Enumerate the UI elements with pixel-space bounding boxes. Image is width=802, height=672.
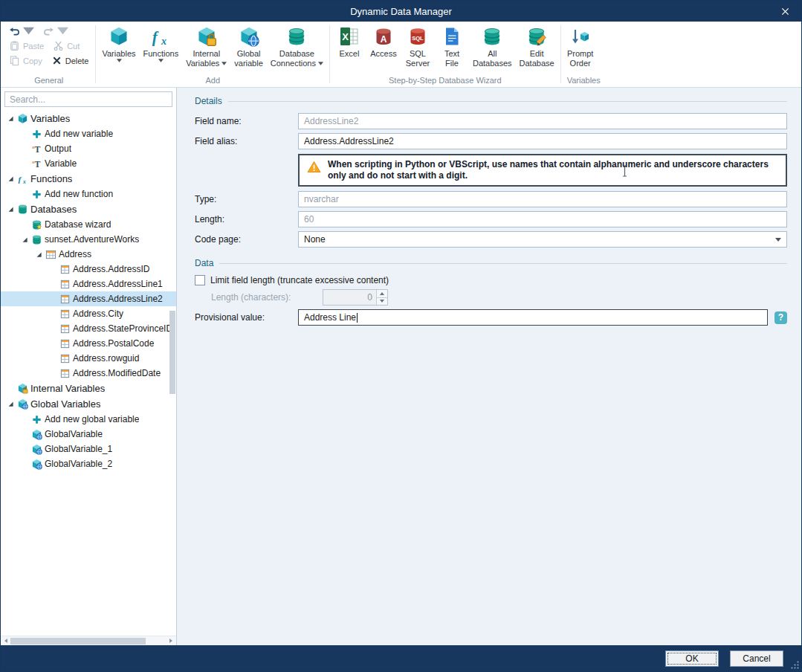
ribbon-button-edit-database[interactable]: EditDatabase [516, 22, 558, 76]
tree-item-address-city[interactable]: Address.City [1, 306, 176, 321]
svg-text:X: X [342, 31, 349, 42]
ribbon-button-all-databases[interactable]: AllDatabases [469, 22, 516, 76]
cancel-button[interactable]: Cancel [730, 650, 783, 667]
provisional-value-input[interactable]: Address Line [298, 309, 768, 326]
plus-icon [30, 188, 42, 200]
expander-icon[interactable] [7, 115, 15, 122]
undo-button[interactable] [5, 25, 38, 37]
tree-item-variables[interactable]: Variables [1, 111, 176, 126]
length-characters-spinner[interactable]: 0 [323, 289, 388, 306]
chevron-down-icon [57, 25, 68, 36]
type-input[interactable]: nvarchar [298, 191, 787, 207]
expander-icon[interactable] [7, 401, 15, 407]
sidebar: VariablesAdd new variableTaOutputTaVaria… [1, 88, 177, 645]
tree-item-sunset-adventureworks[interactable]: sunset.AdventureWorks [1, 232, 176, 247]
chevron-down-icon [775, 238, 781, 242]
help-button[interactable]: ? [774, 311, 787, 324]
length-input[interactable]: 60 [298, 211, 787, 227]
expander-icon[interactable] [7, 175, 15, 182]
ribbon-button-text-file[interactable]: TextFile [435, 22, 469, 76]
tree-item-address-addressid[interactable]: Address.AddressID [1, 262, 176, 277]
vertical-scrollbar-thumb[interactable] [169, 311, 175, 394]
spinner-up-button[interactable] [377, 290, 387, 297]
textfile-icon [442, 25, 462, 48]
tree-item-functions[interactable]: fxFunctions [1, 171, 176, 187]
ribbon-button-excel[interactable]: XExcel [332, 22, 366, 76]
tree-item-address-rowguid[interactable]: Address.rowguid [1, 351, 176, 366]
field-alias-label: Field alias: [195, 136, 298, 146]
tree-item-address[interactable]: Address [1, 247, 176, 262]
tree-item-address-modifieddate[interactable]: Address.ModifiedDate [1, 366, 176, 381]
copy-button[interactable]: Copy [5, 54, 46, 67]
tree-item-internal-variables[interactable]: Internal Variables [1, 381, 176, 396]
tree-item-label: Output [45, 143, 71, 154]
cube-globe-icon [30, 443, 42, 455]
tree-item-label: Address.StateProvinceID [73, 323, 172, 334]
horizontal-scrollbar[interactable] [1, 636, 176, 645]
text-caret [357, 313, 358, 323]
paste-button[interactable]: Paste [5, 39, 48, 52]
svg-text:T: T [34, 160, 40, 169]
horizontal-scrollbar-thumb[interactable] [10, 638, 146, 644]
limit-length-checkbox[interactable] [195, 275, 205, 285]
ribbon-button-global-variable[interactable]: Globalvariable [230, 22, 267, 76]
tree-item-label: Functions [30, 173, 72, 184]
redo-button[interactable] [39, 25, 72, 37]
tree-item-label: Address.rowguid [73, 353, 139, 364]
svg-text:f: f [18, 175, 22, 184]
tree-item-global-variables[interactable]: Global Variables [1, 396, 176, 412]
tree-item-variable[interactable]: TaVariable [1, 156, 176, 171]
search-box [4, 91, 172, 107]
spinner-down-button[interactable] [377, 297, 387, 306]
scroll-right-arrow[interactable] [166, 637, 175, 645]
undo-icon [9, 25, 20, 36]
tree-item-address-stateprovinceid[interactable]: Address.StateProvinceID [1, 321, 176, 336]
svg-text:x: x [161, 36, 166, 47]
code-page-select[interactable]: None [298, 231, 787, 248]
tree-item-label: Database wizard [45, 219, 111, 230]
ribbon-button-access[interactable]: AAccess [366, 22, 401, 76]
tree-item-add-new-variable[interactable]: Add new variable [1, 126, 176, 141]
cube-globe-icon [16, 398, 28, 410]
chevron-up-icon [380, 292, 384, 295]
db-wizard-icon [30, 219, 42, 230]
tree-item-add-new-function[interactable]: Add new function [1, 187, 176, 201]
delete-button[interactable]: Delete [48, 54, 93, 67]
expander-icon[interactable] [7, 206, 15, 213]
tree-item-globalvariable-1[interactable]: GlobalVariable_1 [1, 442, 176, 456]
ok-button[interactable]: OK [665, 650, 719, 667]
section-divider [219, 263, 787, 264]
ribbon-button-functions[interactable]: fxFunctions [140, 22, 183, 76]
expander-icon[interactable] [35, 251, 43, 258]
tree-item-database-wizard[interactable]: Database wizard [1, 217, 176, 232]
ribbon-button-prompt-order[interactable]: PromptOrder [563, 22, 598, 76]
scroll-left-arrow[interactable] [1, 637, 10, 645]
ribbon-button-sql-server[interactable]: SQLSQLServer [401, 22, 435, 76]
tree-item-globalvariable[interactable]: GlobalVariable [1, 427, 176, 442]
ribbon-button-database-connections[interactable]: DatabaseConnections [267, 22, 327, 76]
tree-item-add-new-global-variable[interactable]: Add new global variable [1, 412, 176, 427]
expander-icon[interactable] [21, 236, 29, 243]
tree-item-databases[interactable]: Databases [1, 201, 176, 217]
copy-icon [9, 55, 20, 66]
field-name-input[interactable]: AddressLine2 [298, 113, 787, 129]
close-button[interactable] [776, 4, 794, 18]
db-icon [286, 25, 307, 48]
tree-item-globalvariable-2[interactable]: GlobalVariable_2 [1, 456, 176, 471]
resize-grip[interactable] [790, 660, 800, 670]
tree-item-address-addressline2[interactable]: Address.AddressLine2 [1, 291, 176, 306]
details-form: Field name: AddressLine2 Field alias: Ad… [195, 113, 787, 248]
tree-item-address-postalcode[interactable]: Address.PostalCode [1, 336, 176, 351]
ribbon-group-add: VariablesfxFunctionsInternalVariablesGlo… [96, 22, 329, 87]
data-form: Length (characters): 0 Provisional value… [195, 289, 787, 326]
cut-button[interactable]: Cut [49, 39, 83, 52]
ribbon-button-variables[interactable]: Variables [98, 22, 139, 76]
field-alias-input[interactable]: Address.AddressLine2 [298, 133, 787, 149]
limit-length-row: Limit field length (truncate excessive c… [195, 275, 787, 285]
ribbon-button-internal-variables[interactable]: InternalVariables [182, 22, 230, 76]
access-icon: A [373, 25, 394, 48]
search-input[interactable] [5, 92, 172, 106]
tree-item-address-addressline1[interactable]: Address.AddressLine1 [1, 277, 176, 291]
tree-item-output[interactable]: TaOutput [1, 141, 176, 156]
svg-text:T: T [34, 145, 40, 155]
